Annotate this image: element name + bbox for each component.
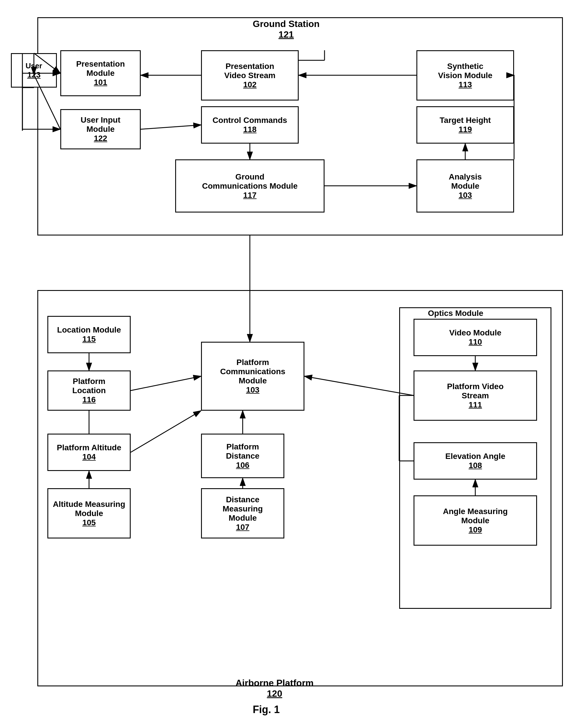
platform-location-num: 116 (82, 395, 96, 404)
platform-altitude-num: 104 (82, 452, 96, 462)
ground-communications-num: 117 (243, 191, 257, 200)
distance-measuring-module-label: Distance MeasuringModule (205, 495, 281, 523)
platform-distance-label: PlatformDistance (226, 442, 260, 461)
target-height-num: 119 (459, 125, 472, 134)
video-module-num: 110 (469, 337, 482, 347)
altitude-measuring-module-num: 105 (82, 518, 96, 527)
location-module-box: Location Module 115 (47, 316, 131, 353)
presentation-module-box: PresentationModule 101 (60, 50, 141, 96)
user-box: User 123 (11, 53, 57, 87)
presentation-video-stream-num: 102 (243, 80, 257, 89)
platform-altitude-box: Platform Altitude 104 (47, 434, 131, 471)
video-module-box: Video Module 110 (413, 319, 537, 356)
control-commands-label: Control Commands (212, 116, 287, 125)
ground-communications-box: GroundCommunications Module 117 (175, 159, 325, 212)
altitude-measuring-module-label: Altitude MeasuringModule (53, 500, 125, 518)
analysis-module-num: 103 (459, 191, 472, 200)
user-input-module-num: 122 (94, 134, 107, 143)
distance-measuring-module-box: Distance MeasuringModule 107 (201, 488, 284, 539)
user-label: User (26, 61, 42, 70)
control-commands-box: Control Commands 118 (201, 106, 299, 144)
presentation-module-num: 101 (94, 78, 107, 87)
angle-measuring-module-label: Angle MeasuringModule (443, 507, 508, 525)
platform-communications-num: 103 (246, 385, 260, 395)
ground-station-label: Ground Station 121 (253, 19, 320, 40)
angle-measuring-module-box: Angle MeasuringModule 109 (413, 495, 537, 546)
platform-communications-box: PlatformCommunicationsModule 103 (201, 342, 304, 411)
user-input-module-box: User InputModule 122 (60, 109, 141, 149)
presentation-video-stream-label: PresentationVideo Stream (224, 62, 275, 80)
user-input-module-label: User InputModule (81, 115, 120, 134)
presentation-video-stream-box: PresentationVideo Stream 102 (201, 50, 299, 101)
video-module-label: Video Module (449, 328, 502, 337)
synthetic-vision-module-num: 113 (459, 80, 472, 89)
airborne-platform-label: Airborne Platform120 (235, 678, 313, 699)
location-module-label: Location Module (57, 326, 121, 335)
platform-communications-label: PlatformCommunicationsModule (220, 358, 285, 385)
user-num: 123 (27, 70, 41, 80)
ground-communications-label: GroundCommunications Module (202, 172, 298, 191)
synthetic-vision-module-label: SyntheticVision Module (438, 62, 492, 80)
elevation-angle-box: Elevation Angle 108 (413, 442, 537, 479)
elevation-angle-num: 108 (469, 461, 482, 470)
synthetic-vision-module-box: SyntheticVision Module 113 (416, 50, 514, 101)
fig-label: Fig. 1 (253, 704, 280, 716)
platform-distance-num: 106 (236, 461, 250, 470)
diagram: Ground Station 121 Optics Module112 User… (0, 0, 585, 728)
platform-distance-box: PlatformDistance 106 (201, 434, 284, 478)
altitude-measuring-module-box: Altitude MeasuringModule 105 (47, 488, 131, 539)
target-height-label: Target Height (440, 116, 491, 125)
location-module-num: 115 (82, 335, 96, 344)
platform-video-stream-num: 111 (469, 400, 482, 410)
elevation-angle-label: Elevation Angle (445, 452, 505, 461)
platform-video-stream-box: Platform VideoStream 111 (413, 370, 537, 421)
analysis-module-label: AnalysisModule (449, 172, 482, 191)
platform-location-label: PlatformLocation (72, 377, 106, 395)
control-commands-num: 118 (243, 125, 257, 134)
platform-video-stream-label: Platform VideoStream (447, 382, 504, 400)
platform-altitude-label: Platform Altitude (57, 443, 122, 452)
platform-location-box: PlatformLocation 116 (47, 370, 131, 411)
analysis-module-box: AnalysisModule 103 (416, 159, 514, 212)
target-height-box: Target Height 119 (416, 106, 514, 144)
presentation-module-label: PresentationModule (76, 59, 125, 78)
distance-measuring-module-num: 107 (236, 523, 250, 532)
angle-measuring-module-num: 109 (469, 525, 482, 535)
